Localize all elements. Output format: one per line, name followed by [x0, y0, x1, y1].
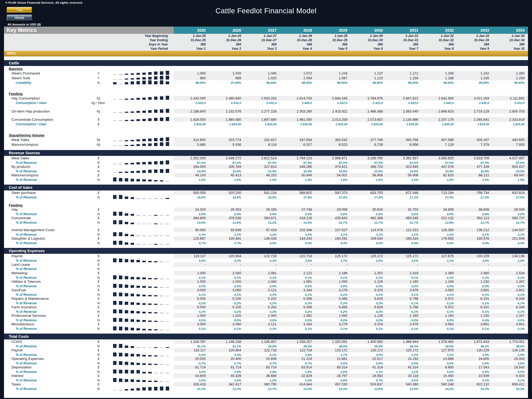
value-cell[interactable]: 349.265: [280, 164, 315, 169]
value-cell[interactable]: 6.600: [422, 365, 457, 369]
value-cell[interactable]: 15.450: [422, 373, 457, 378]
value-cell[interactable]: 1.000: [174, 313, 209, 318]
value-cell[interactable]: 4,4%: [315, 241, 351, 246]
value-cell[interactable]: 1.137: [351, 71, 386, 76]
value-cell[interactable]: 633.753: [351, 190, 386, 195]
value-cell[interactable]: 17,8%: [280, 195, 315, 200]
value-cell[interactable]: 5.000: [174, 305, 209, 309]
value-cell[interactable]: 1.206: [422, 71, 457, 76]
value-cell[interactable]: 2.460: [457, 271, 493, 275]
value-cell[interactable]: 332.827: [244, 137, 280, 142]
value-cell[interactable]: 201.939: [493, 236, 528, 241]
value-cell[interactable]: -: [209, 267, 244, 271]
value-cell[interactable]: 414.844: [280, 382, 315, 386]
value-cell[interactable]: 1.171: [386, 71, 422, 76]
value-cell[interactable]: 4,4%: [422, 241, 457, 246]
value-cell[interactable]: 447.578: [422, 164, 457, 169]
value-cell[interactable]: 2.432,0: [386, 101, 422, 105]
year-header-cell[interactable]: 2032: [422, 27, 457, 34]
value-cell[interactable]: 1.672.443: [457, 339, 493, 344]
value-cell[interactable]: 1,6%: [280, 177, 315, 182]
value-cell[interactable]: 294.000: [174, 164, 209, 169]
value-cell[interactable]: 327.814: [244, 164, 280, 169]
value-cell[interactable]: 122.718: [244, 348, 280, 352]
value-cell[interactable]: 144.507: [493, 228, 528, 232]
value-cell[interactable]: 98,50%: [315, 80, 351, 85]
value-cell[interactable]: 2.352.000: [174, 156, 209, 160]
meta-cell[interactable]: 31-Dec-29: [315, 38, 351, 42]
value-cell[interactable]: 1.020: [244, 76, 280, 80]
value-cell[interactable]: 120.904: [209, 254, 244, 258]
value-cell[interactable]: 3.580.625: [422, 156, 457, 160]
value-cell[interactable]: 394.871: [244, 216, 280, 220]
meta-cell[interactable]: 31-Dec-32: [422, 38, 457, 42]
value-cell[interactable]: 1.267: [493, 279, 528, 284]
value-cell[interactable]: 13,0%: [280, 220, 315, 225]
value-cell[interactable]: 1.195.857: [244, 339, 280, 344]
value-cell[interactable]: 672.348: [386, 190, 422, 195]
value-cell[interactable]: 99,00%: [386, 80, 422, 85]
value-cell[interactable]: 802.819: [493, 190, 528, 195]
value-cell[interactable]: 656.421: [493, 382, 528, 386]
value-cell[interactable]: 20.000: [174, 356, 209, 361]
meta-cell[interactable]: Year 10: [493, 47, 528, 51]
meta-cell[interactable]: 365: [351, 42, 386, 47]
value-cell[interactable]: 1.897.690: [244, 117, 280, 122]
value-cell[interactable]: 319.774: [209, 137, 244, 142]
year-header-cell[interactable]: 2029: [315, 27, 351, 34]
value-cell[interactable]: 426.167: [457, 137, 493, 142]
value-cell[interactable]: 2.353.260: [280, 109, 315, 114]
home-button[interactable]: Home: [7, 15, 32, 21]
year-header-cell[interactable]: 2028: [280, 27, 315, 34]
value-cell[interactable]: 17,4%: [351, 195, 386, 200]
value-cell[interactable]: 28.797: [315, 373, 351, 378]
value-cell[interactable]: 1.230: [457, 313, 493, 318]
value-cell[interactable]: 364.800: [174, 216, 209, 220]
value-cell[interactable]: 2.415.911: [315, 109, 351, 114]
value-cell[interactable]: 134.136: [493, 254, 528, 258]
value-cell[interactable]: 3.801: [493, 322, 528, 326]
value-cell[interactable]: 56.906: [351, 173, 386, 177]
value-cell[interactable]: 457.030: [315, 382, 351, 386]
value-cell[interactable]: 362.032: [315, 137, 351, 142]
meta-cell[interactable]: 365: [315, 42, 351, 47]
value-cell[interactable]: 1.020: [209, 279, 244, 284]
value-cell[interactable]: 1.087: [315, 76, 351, 80]
value-cell[interactable]: 1.040: [244, 313, 280, 318]
value-cell[interactable]: 3.479: [386, 322, 422, 326]
meta-cell[interactable]: 365: [457, 42, 493, 47]
value-cell[interactable]: 14,3%: [493, 386, 528, 391]
value-cell[interactable]: 377.769: [351, 137, 386, 142]
value-cell[interactable]: 1,6%: [351, 177, 386, 182]
year-header-cell[interactable]: 2027: [244, 27, 280, 34]
value-cell[interactable]: 14,3%: [457, 386, 493, 391]
value-cell[interactable]: 347.654: [280, 137, 315, 142]
year-header-cell[interactable]: 2025: [174, 27, 209, 34]
value-cell[interactable]: 6.523: [315, 142, 351, 147]
value-cell[interactable]: 0,1%: [493, 326, 528, 331]
value-cell[interactable]: 622.132: [457, 382, 493, 386]
value-cell[interactable]: 1.160: [386, 279, 422, 284]
value-cell[interactable]: 1.194: [422, 279, 457, 284]
meta-cell[interactable]: Year 5: [315, 47, 351, 51]
value-cell[interactable]: 29.056: [315, 207, 351, 212]
value-cell[interactable]: 102.348: [280, 228, 315, 232]
meta-cell[interactable]: 1-Jan-28: [280, 34, 315, 38]
value-cell[interactable]: 1.149.158: [209, 339, 244, 344]
value-cell[interactable]: 0,1%: [174, 326, 209, 331]
year-header-cell[interactable]: 2034: [493, 27, 528, 34]
value-cell[interactable]: 13,6%: [209, 220, 244, 225]
value-cell[interactable]: 21.224: [280, 356, 315, 361]
value-cell[interactable]: 3.121: [244, 322, 280, 326]
value-cell[interactable]: 12,7%: [351, 220, 386, 225]
value-cell[interactable]: 98,40%: [493, 80, 528, 85]
meta-cell[interactable]: Year 4: [280, 47, 315, 51]
value-cell[interactable]: 6.151: [457, 296, 493, 301]
value-cell[interactable]: 97,00%: [209, 80, 244, 85]
meta-cell[interactable]: 31-Dec-25: [174, 38, 209, 42]
value-cell[interactable]: 17.543: [457, 365, 493, 369]
value-cell[interactable]: 3.691: [457, 322, 493, 326]
value-cell[interactable]: 2.252: [351, 271, 386, 275]
value-cell[interactable]: 597.373: [315, 190, 351, 195]
value-cell[interactable]: 1.824,00: [386, 122, 422, 127]
